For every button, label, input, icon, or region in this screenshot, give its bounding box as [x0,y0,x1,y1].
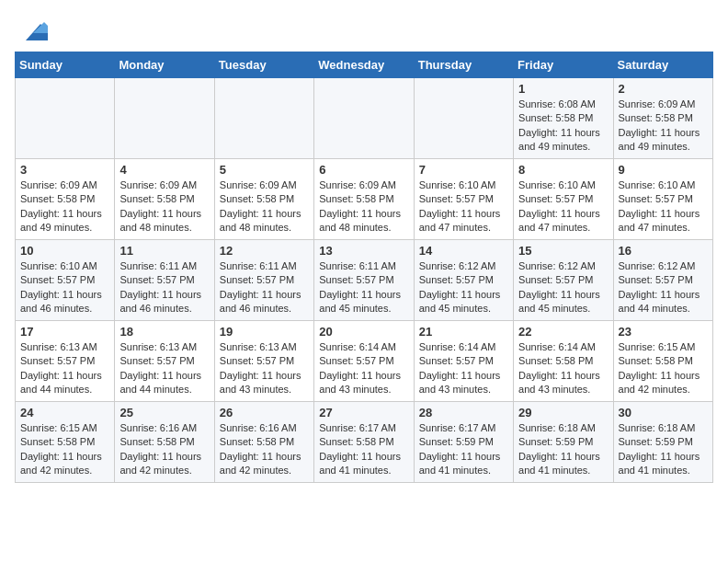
calendar-cell: 3Sunrise: 6:09 AM Sunset: 5:58 PM Daylig… [16,159,115,240]
day-number: 19 [220,325,309,339]
cell-content: Sunrise: 6:14 AM Sunset: 5:58 PM Dayligh… [518,340,608,397]
cell-content: Sunrise: 6:12 AM Sunset: 5:57 PM Dayligh… [518,259,608,316]
calendar-cell: 12Sunrise: 6:11 AM Sunset: 5:57 PM Dayli… [214,240,313,321]
day-number: 1 [518,82,608,96]
day-number: 15 [518,244,608,258]
calendar-cell: 6Sunrise: 6:09 AM Sunset: 5:58 PM Daylig… [314,159,414,240]
day-number: 26 [220,406,309,419]
calendar-cell: 17Sunrise: 6:13 AM Sunset: 5:57 PM Dayli… [16,321,115,402]
cell-content: Sunrise: 6:16 AM Sunset: 5:58 PM Dayligh… [119,421,209,478]
cell-content: Sunrise: 6:13 AM Sunset: 5:57 PM Dayligh… [20,340,109,397]
cell-content: Sunrise: 6:09 AM Sunset: 5:58 PM Dayligh… [319,178,408,236]
cell-content: Sunrise: 6:18 AM Sunset: 5:59 PM Dayligh… [619,421,708,478]
cell-content: Sunrise: 6:14 AM Sunset: 5:57 PM Dayligh… [319,340,408,397]
calendar-cell: 26Sunrise: 6:16 AM Sunset: 5:58 PM Dayli… [214,402,313,483]
cell-content: Sunrise: 6:09 AM Sunset: 5:58 PM Dayligh… [619,98,708,155]
calendar-cell: 1Sunrise: 6:08 AM Sunset: 5:58 PM Daylig… [514,78,613,159]
cell-content: Sunrise: 6:08 AM Sunset: 5:58 PM Dayligh… [518,98,608,155]
day-number: 3 [20,163,109,177]
calendar-cell: 29Sunrise: 6:18 AM Sunset: 5:59 PM Dayli… [514,402,613,483]
column-header-friday: Friday [514,52,613,78]
cell-content: Sunrise: 6:14 AM Sunset: 5:57 PM Dayligh… [419,340,508,397]
cell-content: Sunrise: 6:09 AM Sunset: 5:58 PM Dayligh… [20,178,109,236]
calendar-cell: 11Sunrise: 6:11 AM Sunset: 5:57 PM Dayli… [115,240,214,321]
day-number: 13 [319,244,408,258]
cell-content: Sunrise: 6:13 AM Sunset: 5:57 PM Dayligh… [220,340,309,397]
calendar-cell: 20Sunrise: 6:14 AM Sunset: 5:57 PM Dayli… [314,321,414,402]
calendar-cell: 21Sunrise: 6:14 AM Sunset: 5:57 PM Dayli… [414,321,513,402]
calendar-cell: 27Sunrise: 6:17 AM Sunset: 5:58 PM Dayli… [314,402,414,483]
column-header-tuesday: Tuesday [214,52,313,78]
day-number: 28 [419,406,508,419]
week-row: 1Sunrise: 6:08 AM Sunset: 5:58 PM Daylig… [16,78,713,159]
calendar-cell [214,78,313,159]
day-number: 14 [419,244,508,258]
cell-content: Sunrise: 6:10 AM Sunset: 5:57 PM Dayligh… [518,178,608,236]
logo-icon [18,15,48,44]
day-number: 16 [619,244,708,258]
cell-content: Sunrise: 6:10 AM Sunset: 5:57 PM Dayligh… [419,178,508,236]
cell-content: Sunrise: 6:13 AM Sunset: 5:57 PM Dayligh… [119,340,209,397]
column-header-wednesday: Wednesday [314,52,414,78]
day-headers: SundayMondayTuesdayWednesdayThursdayFrid… [16,52,713,78]
week-row: 24Sunrise: 6:15 AM Sunset: 5:58 PM Dayli… [16,402,713,483]
calendar-cell: 24Sunrise: 6:15 AM Sunset: 5:58 PM Dayli… [16,402,115,483]
cell-content: Sunrise: 6:12 AM Sunset: 5:57 PM Dayligh… [619,259,708,316]
svg-marker-1 [33,22,48,33]
column-header-sunday: Sunday [16,52,115,78]
logo [15,15,48,44]
calendar-cell: 15Sunrise: 6:12 AM Sunset: 5:57 PM Dayli… [514,240,613,321]
calendar-cell: 30Sunrise: 6:18 AM Sunset: 5:59 PM Dayli… [613,402,712,483]
day-number: 23 [619,325,708,339]
calendar-cell [16,78,115,159]
calendar-cell: 2Sunrise: 6:09 AM Sunset: 5:58 PM Daylig… [613,78,712,159]
cell-content: Sunrise: 6:09 AM Sunset: 5:58 PM Dayligh… [220,178,309,236]
calendar-cell: 10Sunrise: 6:10 AM Sunset: 5:57 PM Dayli… [16,240,115,321]
cell-content: Sunrise: 6:17 AM Sunset: 5:58 PM Dayligh… [319,421,408,478]
cell-content: Sunrise: 6:17 AM Sunset: 5:59 PM Dayligh… [419,421,508,478]
calendar-cell: 22Sunrise: 6:14 AM Sunset: 5:58 PM Dayli… [514,321,613,402]
column-header-saturday: Saturday [613,52,712,78]
calendar-cell: 5Sunrise: 6:09 AM Sunset: 5:58 PM Daylig… [214,159,313,240]
day-number: 18 [119,325,209,339]
day-number: 29 [518,406,608,419]
day-number: 8 [518,163,608,177]
calendar-cell: 25Sunrise: 6:16 AM Sunset: 5:58 PM Dayli… [115,402,214,483]
calendar-cell [115,78,214,159]
cell-content: Sunrise: 6:18 AM Sunset: 5:59 PM Dayligh… [518,421,608,478]
calendar-cell: 23Sunrise: 6:15 AM Sunset: 5:58 PM Dayli… [613,321,712,402]
cell-content: Sunrise: 6:15 AM Sunset: 5:58 PM Dayligh… [20,421,109,478]
calendar-cell: 14Sunrise: 6:12 AM Sunset: 5:57 PM Dayli… [414,240,513,321]
cell-content: Sunrise: 6:11 AM Sunset: 5:57 PM Dayligh… [220,259,309,316]
calendar-cell: 13Sunrise: 6:11 AM Sunset: 5:57 PM Dayli… [314,240,414,321]
cell-content: Sunrise: 6:11 AM Sunset: 5:57 PM Dayligh… [119,259,209,316]
day-number: 6 [319,163,408,177]
calendar-cell: 7Sunrise: 6:10 AM Sunset: 5:57 PM Daylig… [414,159,513,240]
calendar-cell: 18Sunrise: 6:13 AM Sunset: 5:57 PM Dayli… [115,321,214,402]
day-number: 30 [619,406,708,419]
cell-content: Sunrise: 6:10 AM Sunset: 5:57 PM Dayligh… [619,178,708,236]
day-number: 12 [220,244,309,258]
cell-content: Sunrise: 6:15 AM Sunset: 5:58 PM Dayligh… [619,340,708,397]
day-number: 11 [119,244,209,258]
week-row: 17Sunrise: 6:13 AM Sunset: 5:57 PM Dayli… [16,321,713,402]
column-header-monday: Monday [115,52,214,78]
week-row: 3Sunrise: 6:09 AM Sunset: 5:58 PM Daylig… [16,159,713,240]
calendar-cell: 19Sunrise: 6:13 AM Sunset: 5:57 PM Dayli… [214,321,313,402]
cell-content: Sunrise: 6:09 AM Sunset: 5:58 PM Dayligh… [119,178,209,236]
day-number: 24 [20,406,109,419]
day-number: 27 [319,406,408,419]
header [15,15,713,44]
calendar-cell: 4Sunrise: 6:09 AM Sunset: 5:58 PM Daylig… [115,159,214,240]
calendar-cell: 16Sunrise: 6:12 AM Sunset: 5:57 PM Dayli… [613,240,712,321]
cell-content: Sunrise: 6:10 AM Sunset: 5:57 PM Dayligh… [20,259,109,316]
day-number: 5 [220,163,309,177]
cell-content: Sunrise: 6:11 AM Sunset: 5:57 PM Dayligh… [319,259,408,316]
day-number: 10 [20,244,109,258]
calendar-cell: 28Sunrise: 6:17 AM Sunset: 5:59 PM Dayli… [414,402,513,483]
column-header-thursday: Thursday [414,52,513,78]
week-row: 10Sunrise: 6:10 AM Sunset: 5:57 PM Dayli… [16,240,713,321]
day-number: 17 [20,325,109,339]
calendar-cell [414,78,513,159]
cell-content: Sunrise: 6:12 AM Sunset: 5:57 PM Dayligh… [419,259,508,316]
